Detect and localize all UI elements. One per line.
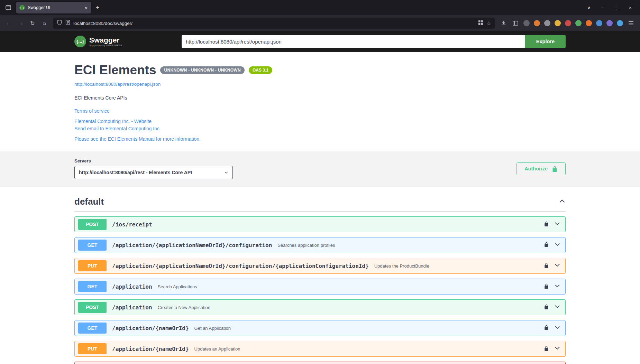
- lock-icon[interactable]: [544, 325, 549, 332]
- method-badge: GET: [78, 281, 107, 292]
- manual-link[interactable]: Please see the ECI Elements Manual for m…: [74, 136, 201, 142]
- operation-summary: Updates an Application: [194, 346, 240, 352]
- scheme-container: Servers http://localhost:8080/api/rest -…: [0, 151, 640, 186]
- extension-icon[interactable]: [617, 20, 623, 26]
- operation-row[interactable]: PUT /application/{nameOrId} Updates an A…: [74, 341, 566, 357]
- operation-summary: Get an Application: [194, 326, 231, 331]
- collapse-section-icon[interactable]: [559, 198, 566, 206]
- version-badge: UNKNOWN - UNKNOWN - UNKNOWN: [160, 66, 244, 74]
- operation-row[interactable]: GET /application/{applicationNameOrId}/c…: [74, 237, 566, 253]
- chevron-down-icon[interactable]: [554, 221, 560, 228]
- back-icon[interactable]: ←: [3, 18, 15, 29]
- operation-summary: Searches application profiles: [277, 243, 335, 248]
- operation-summary: Search Applications: [158, 284, 197, 289]
- swagger-logo-text: Swagger: [89, 36, 122, 44]
- tab-list-icon[interactable]: ∨: [582, 2, 596, 13]
- window-close-icon[interactable]: ×: [623, 2, 637, 13]
- operation-path: /application/{nameOrId}: [112, 325, 189, 332]
- downloads-icon[interactable]: [498, 18, 509, 29]
- browser-nav-bar: ← → ↻ ⌂ localhost:8080/doc/swagger/ ☆: [0, 15, 640, 31]
- extension-icon[interactable]: [523, 20, 530, 26]
- servers-block: Servers http://localhost:8080/api/rest -…: [74, 158, 233, 179]
- method-badge: POST: [78, 219, 107, 230]
- extension-icon[interactable]: [555, 20, 561, 26]
- operation-path: /ios/receipt: [112, 221, 152, 228]
- browser-tab[interactable]: {…} Swagger UI ×: [16, 2, 91, 13]
- menu-hamburger-icon[interactable]: [625, 18, 637, 29]
- chevron-down-icon[interactable]: [554, 324, 560, 332]
- operation-row[interactable]: DELETE /application/{nameOrId} Deletes a…: [74, 362, 566, 364]
- oas-badge: OAS 3.1: [249, 66, 272, 74]
- contact-email-link[interactable]: Send email to Elemental Computing Inc.: [74, 126, 161, 131]
- firefox-view-icon[interactable]: [3, 2, 14, 13]
- page-title: ECI Elements: [74, 63, 156, 77]
- method-badge: GET: [78, 323, 107, 334]
- operation-row[interactable]: POST /ios/receipt: [74, 216, 566, 232]
- minimize-icon[interactable]: ─: [596, 2, 610, 13]
- home-icon[interactable]: ⌂: [39, 18, 50, 29]
- operation-path: /application/{applicationNameOrId}/confi…: [112, 263, 369, 269]
- lock-icon[interactable]: [544, 242, 549, 249]
- lock-icon[interactable]: [544, 263, 549, 269]
- extension-icon[interactable]: [575, 20, 582, 26]
- lock-icon[interactable]: [544, 346, 549, 352]
- operation-row[interactable]: GET /application/{nameOrId} Get an Appli…: [74, 320, 566, 336]
- chevron-down-icon[interactable]: [554, 262, 560, 270]
- operations-section: default POST /ios/receipt GET /applicati…: [67, 186, 573, 364]
- operation-row[interactable]: PUT /application/{applicationNameOrId}/c…: [74, 258, 566, 274]
- spec-url-link[interactable]: http://localhost:8080/api/rest/openapi.j…: [74, 82, 161, 87]
- maximize-icon[interactable]: [610, 2, 623, 13]
- extensions-puzzle-icon[interactable]: [544, 20, 550, 26]
- operation-row[interactable]: GET /application Search Applications: [74, 279, 566, 295]
- chevron-down-icon[interactable]: [554, 345, 560, 353]
- explore-button[interactable]: Explore: [525, 35, 566, 48]
- bookmark-star-icon[interactable]: ☆: [486, 20, 491, 27]
- chevron-down-icon[interactable]: [554, 304, 560, 311]
- servers-label: Servers: [74, 158, 233, 164]
- server-select[interactable]: http://localhost:8080/api/rest - Element…: [74, 166, 233, 179]
- website-link[interactable]: Elemental Computing Inc. - Website: [74, 119, 152, 124]
- operation-summary: Creates a New Application: [158, 305, 210, 310]
- forward-icon[interactable]: →: [15, 18, 26, 29]
- site-info-icon[interactable]: [65, 20, 70, 27]
- lock-icon[interactable]: [544, 221, 549, 228]
- operation-row[interactable]: POST /application Creates a New Applicat…: [74, 299, 566, 315]
- extension-icon[interactable]: [565, 20, 571, 26]
- url-bar[interactable]: localhost:8080/doc/swagger/ ☆: [53, 18, 495, 29]
- screen: {…} Swagger UI × + ∨ ─ × ← → ↻ ⌂ localho…: [0, 0, 640, 364]
- spec-url-input[interactable]: [182, 35, 525, 48]
- swagger-logo-icon: {…}: [74, 36, 86, 47]
- method-badge: PUT: [78, 260, 107, 271]
- smartbear-tagline: Supported by SMARTBEAR: [89, 44, 122, 47]
- authorize-button[interactable]: Authorize: [516, 162, 566, 175]
- new-tab-button[interactable]: +: [92, 2, 103, 13]
- chevron-down-icon: [224, 170, 228, 175]
- operation-summary: Updates the ProductBundle: [374, 263, 429, 269]
- chevron-down-icon[interactable]: [554, 241, 560, 249]
- lock-icon[interactable]: [544, 283, 549, 290]
- method-badge: POST: [78, 302, 107, 313]
- maximize-box: [615, 6, 618, 9]
- lock-icon[interactable]: [544, 304, 549, 311]
- method-badge: GET: [78, 240, 107, 251]
- operation-path: /application/{nameOrId}: [112, 346, 189, 352]
- sidebar-toggle-icon[interactable]: [510, 18, 521, 29]
- tab-title: Swagger UI: [28, 5, 80, 10]
- operation-path: /application/{applicationNameOrId}/confi…: [112, 242, 272, 249]
- shield-icon[interactable]: [57, 20, 62, 27]
- tab-close-icon[interactable]: ×: [82, 4, 89, 11]
- extension-icon[interactable]: [534, 20, 540, 26]
- terms-of-service-link[interactable]: Terms of service: [74, 108, 110, 114]
- reload-icon[interactable]: ↻: [27, 18, 38, 29]
- grid-icon[interactable]: [478, 20, 483, 27]
- extension-icon[interactable]: [606, 20, 613, 26]
- lock-icon: [552, 166, 558, 172]
- method-badge: PUT: [78, 343, 107, 354]
- operation-path: /application: [112, 283, 152, 290]
- extension-icon[interactable]: [586, 20, 592, 26]
- spec-url-form: Explore: [182, 35, 566, 48]
- extension-icon[interactable]: [596, 20, 602, 26]
- chevron-down-icon[interactable]: [554, 283, 560, 290]
- authorize-label: Authorize: [524, 166, 548, 171]
- swagger-logo: {…} Swagger Supported by SMARTBEAR: [74, 36, 122, 47]
